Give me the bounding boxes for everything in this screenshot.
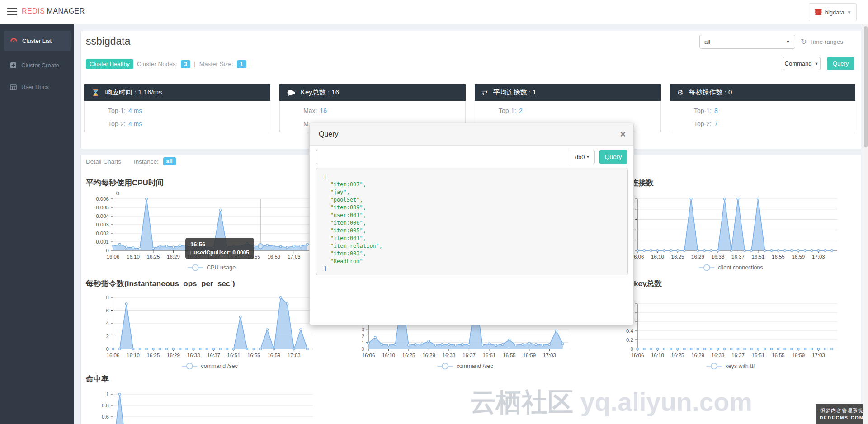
stat-line: Top-1:4 ms: [108, 104, 270, 118]
cluster-health-badge: Cluster Healthy: [86, 59, 133, 69]
svg-text:16:37: 16:37: [731, 353, 745, 358]
svg-text:0: 0: [362, 346, 364, 352]
result-line: "poolSet",: [324, 196, 620, 204]
svg-text:16:33: 16:33: [443, 353, 456, 358]
pig-icon: [287, 89, 295, 96]
svg-text:16:59: 16:59: [792, 254, 805, 259]
tooltip-label: usedCpuUser:: [193, 250, 231, 256]
brand-logo: REDISMANAGER: [22, 7, 85, 15]
command-dropdown-button[interactable]: Command ▼: [783, 57, 821, 70]
chart-hit-rate[interactable]: 10.80.60.40.2016:0616:1016:2516:2916:331…: [86, 390, 326, 424]
result-line: "item:006",: [324, 219, 620, 227]
stat-card-title: Key总数 : 16: [301, 88, 339, 97]
query-input[interactable]: [316, 150, 570, 164]
svg-text:16:10: 16:10: [651, 254, 664, 259]
tooltip-time: 16:56: [190, 241, 249, 248]
svg-text:16:59: 16:59: [792, 353, 805, 358]
detail-charts-label: Detail Charts: [86, 158, 121, 165]
svg-text:2: 2: [106, 334, 109, 339]
svg-text:17:03: 17:03: [543, 353, 556, 358]
svg-text:16:25: 16:25: [671, 254, 684, 259]
instance-select-value: all: [704, 38, 710, 45]
master-size-label: Master Size:: [199, 61, 233, 67]
chart-title-cpu: 平均每秒使用CPU时间: [86, 178, 164, 188]
command-button-label: Command: [785, 60, 812, 67]
stat-card-ops-per-sec: ⚙ 每秒操作数 : 0 Top-1:8 Top-2:7: [670, 84, 855, 133]
chart-client-connections[interactable]: 21.81.61.41.2116:0616:1016:2516:2916:331…: [610, 194, 850, 276]
sidebar-item-cluster-create[interactable]: Cluster Create: [4, 55, 71, 75]
stat-line: Top-1:8: [694, 104, 855, 118]
svg-text:16:59: 16:59: [523, 353, 536, 358]
query-result-box[interactable]: [ "item:007", "jay", "poolSet", "item:00…: [316, 168, 628, 275]
svg-text:16:06: 16:06: [362, 353, 375, 358]
svg-text:16:25: 16:25: [147, 353, 160, 358]
svg-text:16:10: 16:10: [382, 353, 395, 358]
db-select-button[interactable]: db0 ▼: [570, 150, 594, 164]
svg-text:keys with ttl: keys with ttl: [725, 363, 755, 369]
instance-select[interactable]: all ▼: [699, 35, 795, 49]
stat-line: Top-1:2: [499, 104, 660, 118]
svg-text:6: 6: [106, 308, 109, 313]
query-modal-header: Query ✕: [310, 123, 633, 146]
svg-text:client connections: client connections: [718, 264, 763, 271]
brand-red: REDIS: [22, 7, 45, 15]
svg-text:3: 3: [362, 327, 364, 332]
svg-text:0.006: 0.006: [96, 196, 109, 202]
svg-text:17:03: 17:03: [812, 254, 825, 259]
sidebar-item-user-docs[interactable]: User Docs: [4, 77, 71, 97]
vertical-scrollbar[interactable]: [863, 24, 868, 424]
instance-badge[interactable]: all: [163, 157, 176, 165]
master-size-badge: 1: [237, 60, 246, 68]
result-line: "item-relation",: [324, 242, 620, 250]
query-modal-title: Query: [319, 130, 339, 138]
svg-text:16:10: 16:10: [127, 353, 140, 358]
svg-text:16:51: 16:51: [752, 254, 765, 259]
svg-text:16:25: 16:25: [147, 254, 160, 259]
stat-line: Top-2:4 ms: [108, 118, 270, 131]
stat-card-title: 平均连接数 : 1: [493, 88, 537, 97]
separator: |: [194, 61, 196, 67]
svg-text:0.005: 0.005: [96, 205, 109, 210]
svg-text:command /sec: command /sec: [456, 363, 493, 369]
hamburger-menu-icon[interactable]: [7, 8, 17, 15]
redis-manager-screen: REDISMANAGER bigdata ▼ Cluster List: [0, 0, 868, 424]
series-dot-icon: [190, 251, 191, 255]
query-open-button[interactable]: Query: [827, 57, 854, 70]
result-line: "item:003",: [324, 250, 620, 258]
svg-text:16:06: 16:06: [107, 254, 120, 259]
chevron-down-icon: ▼: [786, 39, 790, 44]
close-icon[interactable]: ✕: [620, 130, 626, 139]
sidebar-item-label: Cluster List: [22, 38, 52, 44]
chart-ops-per-sec[interactable]: 8642016:0616:1016:2516:2916:3316:3716:51…: [86, 293, 326, 374]
svg-text:16:33: 16:33: [712, 353, 725, 358]
chart-title-hit-rate: 命中率: [86, 374, 109, 384]
svg-text:16:37: 16:37: [731, 254, 745, 259]
sidebar-item-label: Cluster Create: [21, 62, 59, 69]
query-input-group: db0 ▼: [316, 150, 595, 164]
stat-line: Max:16: [303, 104, 465, 118]
svg-text:16:29: 16:29: [691, 353, 704, 358]
svg-text:4: 4: [106, 320, 109, 326]
svg-text:0.8: 0.8: [102, 403, 109, 408]
svg-text:16:25: 16:25: [671, 353, 684, 358]
result-line: ]: [324, 265, 620, 273]
svg-text:16:55: 16:55: [247, 353, 260, 358]
chart-keys-with-ttl[interactable]: 10.80.60.40.2016:0616:1016:2516:2916:331…: [610, 293, 850, 374]
svg-text:17:03: 17:03: [812, 353, 825, 358]
svg-text:16:10: 16:10: [651, 353, 664, 358]
time-ranges-control[interactable]: ↻ Time ranges: [801, 38, 843, 46]
user-menu[interactable]: bigdata ▼: [809, 3, 857, 21]
result-line: "user:001",: [324, 212, 620, 219]
page-title: ssbigdata: [86, 35, 130, 47]
scrollbar-thumb[interactable]: [864, 26, 868, 147]
modal-query-button[interactable]: Query: [599, 150, 627, 164]
stat-card-title: 每秒操作数 : 0: [689, 88, 732, 97]
result-line: "jay",: [324, 188, 620, 196]
watermark-badge-line1: 织梦内容管理系统: [816, 407, 868, 414]
gauge-icon: [10, 38, 18, 44]
svg-text:0.004: 0.004: [96, 213, 109, 219]
sidebar-item-cluster-list[interactable]: Cluster List: [4, 31, 71, 51]
chart-cpu-usage[interactable]: 0.0060.0050.0040.0030.0020.001016:0616:1…: [86, 194, 326, 276]
svg-text:17:03: 17:03: [288, 254, 301, 259]
svg-text:16:55: 16:55: [503, 353, 516, 358]
